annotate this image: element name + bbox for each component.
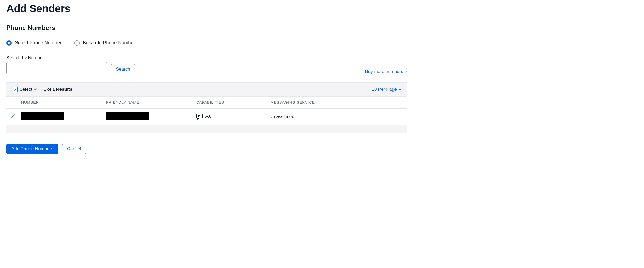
buy-more-numbers-link[interactable]: Buy more numbers ↗ bbox=[365, 69, 407, 74]
chevron-down-icon bbox=[34, 88, 37, 90]
search-label: Search by Number bbox=[6, 55, 107, 60]
check-icon bbox=[11, 115, 14, 118]
redacted-number bbox=[21, 112, 64, 120]
page-title: Add Senders bbox=[6, 3, 407, 15]
column-header-number: NUMBER bbox=[18, 97, 103, 109]
link-text: Buy more numbers bbox=[365, 69, 403, 74]
check-icon bbox=[13, 88, 17, 91]
radio-selected-icon bbox=[6, 40, 12, 46]
column-header-capabilities: CAPABILITIES bbox=[193, 97, 267, 109]
svg-point-4 bbox=[209, 115, 210, 116]
cancel-button[interactable]: Cancel bbox=[62, 144, 86, 154]
select-label: Select bbox=[20, 87, 32, 92]
table-footer-row bbox=[6, 125, 407, 133]
radio-unselected-icon bbox=[74, 40, 80, 46]
svg-rect-3 bbox=[205, 114, 211, 119]
table-row: Unassigned bbox=[6, 109, 407, 125]
svg-rect-0 bbox=[197, 114, 202, 118]
results-count: 1 of 1 Results bbox=[43, 87, 72, 92]
cell-number bbox=[18, 109, 103, 125]
per-page-dropdown[interactable]: 10 Per Page bbox=[368, 83, 405, 96]
sms-icon bbox=[196, 114, 203, 120]
cell-capabilities bbox=[193, 109, 267, 125]
search-input[interactable] bbox=[6, 62, 107, 74]
mms-icon bbox=[205, 114, 211, 120]
radio-label: Bulk-add Phone Number bbox=[83, 40, 135, 46]
chevron-down-icon bbox=[398, 88, 402, 90]
add-phone-numbers-button[interactable]: Add Phone Numbers bbox=[6, 144, 58, 154]
cell-messaging-service: Unassigned bbox=[267, 109, 407, 125]
select-dropdown[interactable]: Select bbox=[20, 87, 37, 92]
redacted-friendly-name bbox=[106, 112, 149, 120]
column-header-checkbox bbox=[6, 97, 18, 109]
radio-select-phone-number[interactable]: Select Phone Number bbox=[6, 40, 62, 46]
radio-bulk-add-phone-number[interactable]: Bulk-add Phone Number bbox=[74, 40, 135, 46]
search-button[interactable]: Search bbox=[111, 64, 135, 74]
cell-friendly-name bbox=[103, 109, 193, 125]
select-all-checkbox[interactable] bbox=[12, 87, 18, 92]
section-title: Phone Numbers bbox=[6, 24, 407, 32]
table-toolbar: Select 1 of 1 Results 10 Per Page bbox=[6, 82, 407, 97]
external-link-icon: ↗ bbox=[404, 70, 407, 74]
per-page-label: 10 Per Page bbox=[372, 87, 397, 92]
column-header-messaging-service: MESSAGING SERVICE bbox=[267, 97, 407, 109]
phone-numbers-table: NUMBER FRIENDLY NAME CAPABILITIES MESSAG… bbox=[6, 97, 407, 133]
phone-number-mode-radio-group: Select Phone Number Bulk-add Phone Numbe… bbox=[6, 40, 407, 46]
action-buttons: Add Phone Numbers Cancel bbox=[6, 144, 407, 154]
column-header-friendly-name: FRIENDLY NAME bbox=[103, 97, 193, 109]
row-checkbox[interactable] bbox=[10, 114, 15, 119]
radio-label: Select Phone Number bbox=[15, 40, 62, 46]
